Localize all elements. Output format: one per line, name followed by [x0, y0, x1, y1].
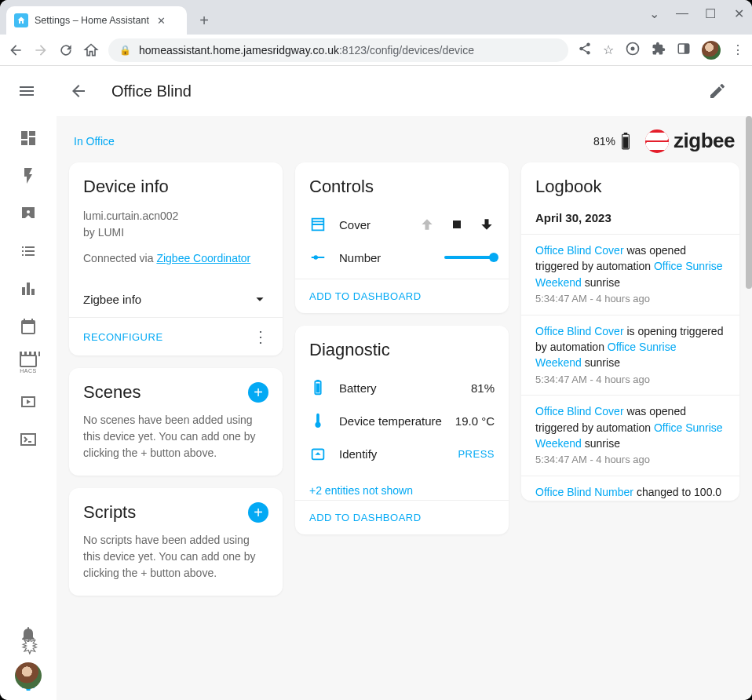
svg-point-1 — [631, 46, 635, 50]
number-slider-icon — [309, 249, 328, 266]
sidebar-item-media[interactable] — [9, 385, 47, 419]
sidebar-item-dashboard[interactable] — [9, 121, 47, 155]
cover-icon — [309, 216, 328, 233]
battery-icon — [309, 379, 328, 396]
diagnostic-add-dashboard-button[interactable]: ADD TO DASHBOARD — [295, 500, 509, 534]
share-icon[interactable] — [578, 42, 592, 59]
sidebar-item-notifications[interactable] — [9, 617, 47, 651]
nav-home-icon[interactable] — [83, 42, 99, 58]
url-host: homeassistant.home.jamesridgway.co.uk — [139, 44, 339, 57]
log-entry-meta: 5:34:47 AM - 4 hours ago — [535, 292, 725, 307]
app-header: Office Blind — [0, 66, 752, 116]
add-scene-button[interactable]: + — [248, 382, 268, 403]
svg-point-4 — [27, 210, 30, 213]
log-entry: Office Blind Cover is opening triggered … — [521, 315, 739, 396]
page-title: Office Blind — [111, 82, 699, 100]
sidebar-item-hacs[interactable]: HACS — [9, 347, 47, 381]
device-temp-label: Device temperature — [339, 414, 444, 428]
zigbee-coordinator-link[interactable]: Zigbee Coordinator — [156, 252, 250, 264]
integration-logo: zigbee — [645, 129, 735, 153]
url-path: :8123/config/devices/device — [339, 44, 474, 57]
browser-tabbar: Settings – Home Assistant ✕ + ⌄ — ☐ ✕ — [0, 0, 752, 35]
tab-title: Settings – Home Assistant — [35, 15, 149, 26]
diagnostic-card: Diagnostic Battery 81% Device temperatur… — [295, 326, 509, 534]
extensions-icon[interactable] — [652, 42, 666, 59]
number-slider[interactable] — [444, 256, 495, 259]
diagnostic-title: Diagnostic — [309, 340, 495, 360]
reconfigure-button[interactable]: RECONFIGURE — [83, 331, 163, 343]
zigbee-info-expand[interactable]: Zigbee info — [69, 281, 283, 317]
identify-icon — [309, 445, 328, 462]
svg-rect-7 — [623, 137, 629, 148]
page-back-button[interactable] — [60, 72, 97, 110]
battery-value: 81% — [471, 381, 495, 395]
chevron-down-icon — [251, 290, 268, 308]
add-script-button[interactable]: + — [248, 502, 268, 523]
log-entity-link[interactable]: Office Blind Cover — [535, 325, 624, 337]
identify-press-button[interactable]: PRESS — [458, 448, 495, 460]
extension-ublock-icon[interactable] — [625, 41, 641, 60]
battery-icon — [620, 133, 631, 150]
nav-reload-icon[interactable] — [58, 42, 74, 58]
log-entry: Office Blind Number changed to 100.0 5:3… — [521, 476, 739, 501]
profile-avatar-icon[interactable] — [702, 41, 721, 60]
controls-card: Controls Cover — [295, 162, 509, 313]
device-info-card: Device info lumi.curtain.acn002 by LUMI … — [69, 162, 283, 355]
connected-via-label: Connected via — [83, 252, 156, 264]
nav-back-icon[interactable] — [8, 42, 24, 58]
logbook-date: April 30, 2023 — [521, 208, 739, 234]
window-maximize-icon[interactable]: ☐ — [703, 6, 717, 20]
cover-close-button[interactable] — [479, 217, 495, 232]
device-model: lumi.curtain.acn002 — [83, 208, 268, 224]
hamburger-menu-button[interactable] — [8, 72, 46, 110]
nav-forward-icon — [33, 42, 49, 58]
zigbee-mark-icon — [645, 129, 669, 153]
sidebar-item-map[interactable] — [9, 196, 47, 231]
device-manufacturer: by LUMI — [83, 224, 268, 241]
device-info-title: Device info — [83, 177, 268, 197]
log-entity-link[interactable]: Office Blind Cover — [535, 405, 624, 417]
svg-rect-3 — [684, 44, 689, 53]
sidebar-item-calendar[interactable] — [9, 309, 47, 344]
sidebar-item-energy[interactable] — [9, 159, 47, 193]
device-info-menu-button[interactable]: ⋮ — [253, 327, 268, 346]
battery-label: Battery — [339, 381, 460, 395]
more-entities-link[interactable]: +2 entities not shown — [295, 475, 509, 500]
logbook-scroll[interactable]: Office Blind Cover was opened triggered … — [521, 234, 739, 501]
sidebar-item-logbook[interactable] — [9, 234, 47, 268]
content-scrollbar[interactable] — [746, 116, 752, 289]
tab-close-icon[interactable]: ✕ — [155, 14, 168, 27]
cover-stop-button[interactable] — [449, 217, 465, 232]
scripts-card: Scripts + No scripts have been added usi… — [69, 488, 283, 596]
sidepanel-icon[interactable] — [677, 42, 691, 59]
scripts-empty-text: No scripts have been added using this de… — [83, 532, 268, 582]
svg-rect-11 — [316, 380, 319, 381]
lock-icon: 🔒 — [119, 45, 131, 56]
area-breadcrumb[interactable]: In Office — [74, 135, 115, 148]
new-tab-button[interactable]: + — [193, 9, 215, 31]
sidebar-item-history[interactable] — [9, 272, 47, 306]
sidebar-item-terminal[interactable] — [9, 422, 47, 457]
controls-add-dashboard-button[interactable]: ADD TO DASHBOARD — [295, 279, 509, 313]
window-minimize-icon[interactable]: — — [675, 6, 689, 20]
window-close-icon[interactable]: ✕ — [732, 6, 746, 20]
controls-title: Controls — [309, 177, 495, 197]
svg-rect-8 — [453, 221, 461, 228]
log-entity-link[interactable]: Office Blind Cover — [535, 244, 624, 257]
log-entry: Office Blind Cover was opened triggered … — [521, 234, 739, 315]
cover-open-button — [419, 217, 435, 232]
log-entry-meta: 5:34:47 AM - 4 hours ago — [535, 373, 725, 388]
browser-menu-icon[interactable]: ⋮ — [732, 42, 744, 57]
tab-favicon-icon — [14, 13, 28, 27]
browser-tab[interactable]: Settings – Home Assistant ✕ — [6, 6, 187, 35]
cover-label: Cover — [339, 218, 408, 232]
tab-menu-chevron-icon[interactable]: ⌄ — [647, 6, 661, 20]
scripts-title: Scripts — [83, 502, 136, 523]
bookmark-icon[interactable]: ☆ — [603, 42, 614, 57]
svg-rect-6 — [624, 133, 627, 134]
url-input[interactable]: 🔒 homeassistant.home.jamesridgway.co.uk:… — [108, 38, 568, 62]
sidebar-user-avatar[interactable] — [15, 662, 42, 689]
edit-button[interactable] — [699, 72, 736, 110]
logbook-card: Logbook April 30, 2023 Office Blind Cove… — [521, 162, 739, 501]
log-entity-link[interactable]: Office Blind Number — [535, 486, 633, 498]
